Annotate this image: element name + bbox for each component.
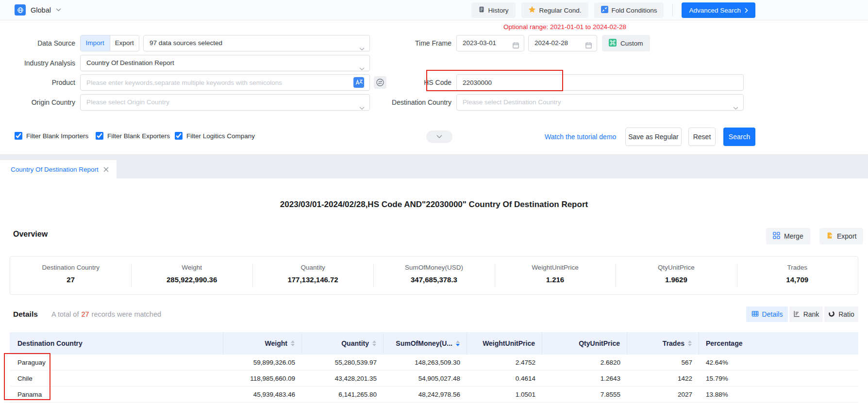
- history-button[interactable]: History: [471, 2, 516, 18]
- stat-trades: Trades 14,709: [737, 257, 858, 294]
- view-toggle-details[interactable]: Details: [746, 306, 788, 322]
- reset-button[interactable]: Reset: [688, 128, 716, 146]
- cell-qty-unit-price: 2.6820: [542, 359, 627, 366]
- report-tab-bar: Country Of Destination Report: [0, 154, 868, 178]
- sort-icon-active-desc[interactable]: [456, 340, 460, 346]
- filter-blank-importers-checkbox[interactable]: Filter Blank Importers: [15, 132, 88, 140]
- column-label: Percentage: [706, 339, 742, 347]
- table-row[interactable]: Chile 118,985,660.09 43,428,201.35 54,90…: [10, 371, 858, 387]
- checkbox-icon[interactable]: [96, 132, 103, 140]
- report-title: 2023/03/01-2024/02/28,HS Code AND"220300…: [0, 200, 868, 210]
- filter-blank-exporters-checkbox[interactable]: Filter Blank Exporters: [96, 132, 170, 140]
- expand-conditions-button[interactable]: [426, 130, 452, 143]
- view-details-label: Details: [762, 310, 783, 318]
- region-label: Global: [31, 6, 51, 14]
- stat-value: 1.9629: [616, 275, 736, 284]
- export-button[interactable]: Export: [819, 228, 863, 244]
- cell-percentage: 42.64%: [699, 359, 858, 366]
- product-label: Product: [0, 74, 75, 91]
- checkbox-icon[interactable]: [175, 132, 183, 140]
- custom-range-button[interactable]: Custom: [602, 35, 650, 51]
- view-rank-label: Rank: [803, 310, 819, 318]
- sort-icon[interactable]: [291, 340, 295, 346]
- chevron-down-icon: [359, 61, 365, 71]
- view-toggle-ratio[interactable]: Ratio: [824, 306, 858, 322]
- cell-weight: 118,985,660.09: [223, 375, 302, 382]
- details-heading: Details: [13, 306, 38, 323]
- date-to-input[interactable]: 2024-02-28: [528, 35, 597, 51]
- top-bar: Global History Regular Cond.: [0, 0, 868, 20]
- cell-percentage: 15.79%: [699, 375, 858, 382]
- stat-label: QtyUnitPrice: [616, 264, 736, 271]
- stat-label: Quantity: [252, 264, 373, 271]
- industry-analysis-value: Country Of Destination Report: [86, 59, 174, 66]
- checkbox-icon[interactable]: [15, 132, 22, 140]
- translate-icon[interactable]: [353, 77, 364, 90]
- advanced-search-label: Advanced Search: [689, 7, 741, 14]
- date-from-input[interactable]: 2023-03-01: [456, 35, 524, 51]
- view-toggle-rank[interactable]: Rank: [789, 306, 823, 322]
- filter-blank-exporters-label: Filter Blank Exporters: [107, 132, 170, 140]
- filter-logistics-company-checkbox[interactable]: Filter Logitics Company: [175, 132, 255, 140]
- close-icon[interactable]: [103, 167, 109, 172]
- table-view-icon: [751, 310, 759, 319]
- fold-conditions-button[interactable]: Fold Conditions: [594, 2, 664, 18]
- view-ratio-label: Ratio: [838, 310, 854, 318]
- destination-country-placeholder: Please select Destination Country: [463, 98, 561, 106]
- destination-country-select[interactable]: Please select Destination Country: [456, 94, 744, 111]
- stat-sum-of-money: SumOfMoney(USD) 347,685,378.3: [373, 257, 494, 294]
- sort-icon[interactable]: [688, 340, 692, 346]
- stat-weight-unit-price: WeightUnitPrice 1.216: [495, 257, 616, 294]
- region-switcher[interactable]: Global: [15, 4, 61, 16]
- stat-qty-unit-price: QtyUnitPrice 1.9629: [616, 257, 736, 294]
- stat-label: SumOfMoney(USD): [373, 264, 494, 271]
- match-suffix: records were matched: [92, 310, 161, 318]
- cell-weight-unit-price: 2.4752: [467, 359, 542, 366]
- sort-icon[interactable]: [372, 340, 376, 346]
- column-header-weight[interactable]: Weight: [223, 332, 302, 355]
- chevron-down-icon: [436, 135, 442, 139]
- column-header-destination-country: Destination Country: [10, 332, 223, 355]
- regular-cond-button[interactable]: Regular Cond.: [521, 2, 588, 18]
- details-table: Destination Country Weight Quantity SumO…: [10, 332, 858, 403]
- tab-country-of-destination-report[interactable]: Country Of Destination Report: [0, 160, 117, 178]
- cell-percentage: 13.88%: [699, 391, 858, 398]
- advanced-search-button[interactable]: Advanced Search: [682, 2, 755, 18]
- column-header-quantity[interactable]: Quantity: [302, 332, 384, 355]
- cell-qty-unit-price: 7.8555: [542, 391, 627, 398]
- cell-destination-country: Panama: [10, 391, 223, 398]
- match-count: 27: [79, 310, 91, 318]
- product-keywords-input[interactable]: [80, 74, 370, 91]
- table-row[interactable]: Paraguay 59,899,326.05 55,280,539.97 148…: [10, 355, 858, 371]
- stat-value: 285,922,990.36: [131, 275, 252, 284]
- column-header-trades[interactable]: Trades: [627, 332, 699, 355]
- filter-logistics-company-label: Filter Logitics Company: [186, 132, 255, 140]
- stat-label: Weight: [131, 264, 252, 271]
- cell-destination-country: Paraguay: [10, 359, 223, 366]
- cell-destination-country: Chile: [10, 375, 223, 382]
- tutorial-demo-link[interactable]: Watch the tutorial demo: [545, 127, 616, 146]
- data-sources-select[interactable]: 97 data sources selected: [143, 35, 370, 51]
- origin-country-label: Origin Country: [0, 94, 75, 111]
- hs-code-input[interactable]: [456, 74, 744, 91]
- column-label: QtyUnitPrice: [579, 339, 620, 347]
- table-row[interactable]: Panama 45,939,483.46 6,141,265.80 48,242…: [10, 387, 858, 403]
- merge-button[interactable]: Merge: [766, 228, 810, 244]
- origin-country-select[interactable]: Please select Origin Country: [80, 94, 370, 111]
- save-as-regular-button[interactable]: Save as Regular: [625, 128, 682, 146]
- cell-trades: 2027: [627, 391, 699, 398]
- hs-code-label: HS Code: [376, 74, 451, 91]
- column-header-sum-of-money[interactable]: SumOfMoney(U...: [384, 332, 467, 355]
- industry-analysis-select[interactable]: Country Of Destination Report: [80, 55, 370, 71]
- calendar-icon: [512, 39, 519, 55]
- export-toggle[interactable]: Export: [110, 35, 139, 51]
- column-header-weight-unit-price: WeightUnitPrice: [467, 332, 542, 355]
- divider: [672, 4, 673, 16]
- app-root: Global History Regular Cond.: [0, 0, 868, 403]
- import-toggle[interactable]: Import: [81, 35, 110, 51]
- column-header-percentage: Percentage: [699, 332, 858, 355]
- cell-trades: 1422: [627, 375, 699, 382]
- report-content: 2023/03/01-2024/02/28,HS Code AND"220300…: [0, 178, 868, 403]
- search-button[interactable]: Search: [723, 128, 755, 146]
- tab-title: Country Of Destination Report: [11, 166, 99, 173]
